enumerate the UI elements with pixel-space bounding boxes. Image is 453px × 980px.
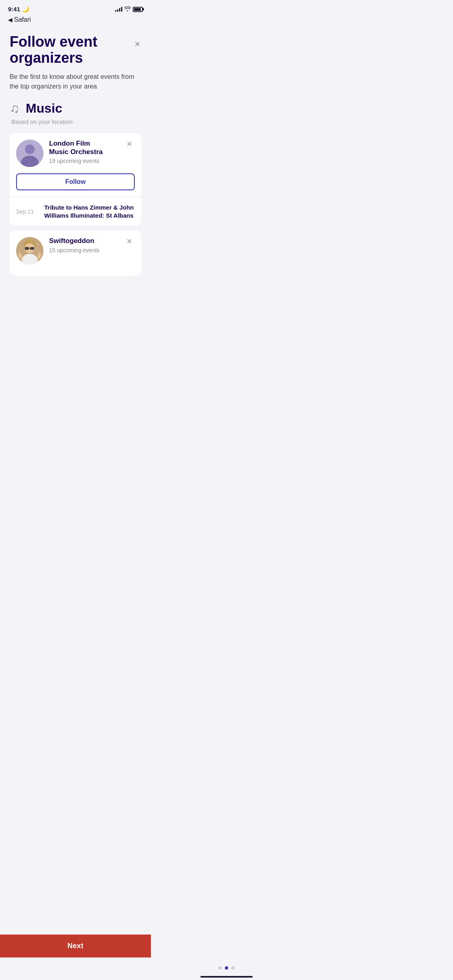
organizer-card-lfmo: London FilmMusic Orchestra 19 upcoming e… [10,133,141,197]
svg-rect-6 [25,247,29,250]
card-info-swift: Swiftogeddon 15 upcoming events [16,237,124,264]
org-events-lfmo: 19 upcoming events [49,158,103,164]
event-date: Sep 21 [16,208,38,215]
page-title: Follow eventorganizers [10,34,141,66]
org-events-swift: 15 upcoming events [49,247,99,253]
svg-point-1 [25,144,35,154]
avatar-swiftogeddon [16,237,43,264]
avatar-lfmo [16,140,43,167]
back-button[interactable]: ◀ Safari [8,16,143,23]
chevron-left-icon: ◀ [8,16,12,23]
signal-icon [115,7,122,12]
status-bar: 9:41 🌙 [0,0,151,14]
organizer-card-1: London FilmMusic Orchestra 19 upcoming e… [10,133,141,226]
safari-nav[interactable]: ◀ Safari [0,14,151,27]
status-icons [115,6,143,12]
close-button[interactable]: ✕ [132,39,143,50]
follow-lfmo-button[interactable]: Follow [16,173,135,190]
category-name: Music [26,101,62,116]
svg-rect-7 [30,247,34,250]
main-content: Follow eventorganizers Be the first to k… [0,27,151,276]
event-row: Sep 21 Tribute to Hans Zimmer & John Wil… [10,197,141,226]
dismiss-swift-button[interactable]: ✕ [124,237,135,246]
card-info-lfmo: London FilmMusic Orchestra 19 upcoming e… [16,140,124,167]
dismiss-lfmo-button[interactable]: ✕ [124,140,135,148]
location-label: Based on your location [11,118,141,125]
org-name-swift: Swiftogeddon [49,237,99,245]
category-header: ♫ Music [10,101,141,116]
organizer-card-swiftogeddon: Swiftogeddon 15 upcoming events ✕ [10,231,141,276]
wifi-icon [124,6,131,12]
music-note-icon: ♫ [10,101,19,116]
org-name-lfmo: London FilmMusic Orchestra [49,140,103,156]
status-time: 9:41 🌙 [8,6,29,13]
moon-icon: 🌙 [22,6,29,12]
page-subtitle: Be the first to know about great events … [10,72,141,91]
battery-icon [133,7,143,12]
event-name: Tribute to Hans Zimmer & John Williams I… [44,204,135,219]
back-label: Safari [14,16,31,23]
